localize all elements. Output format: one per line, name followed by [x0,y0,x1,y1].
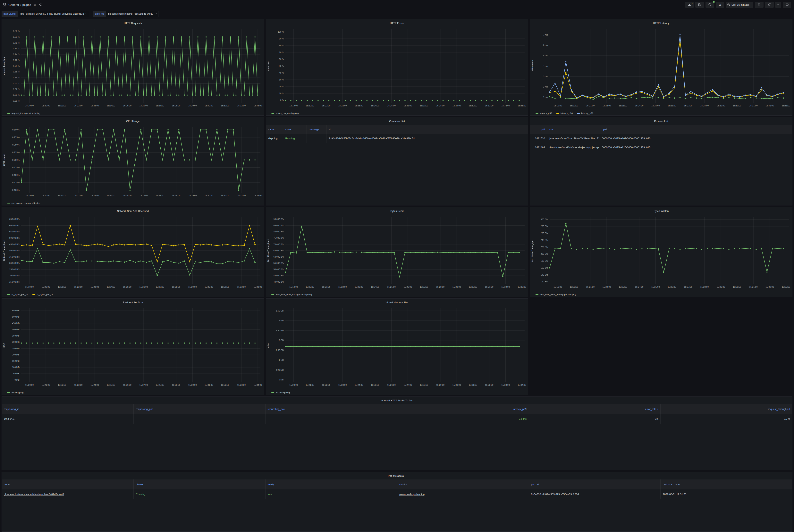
x-tick-label: 15:33:00 [253,194,262,197]
data-point [296,100,297,101]
breadcrumb-dashboard[interactable]: px/pod [22,3,31,6]
column-header[interactable]: ready [265,479,397,489]
star-icon[interactable]: ☆ [34,3,36,7]
data-point [383,346,384,347]
y-tick-label: 40.000 B/s [273,281,284,283]
chart-canvas[interactable]: 0 /s10 /s20 /s30 /s40 /s50 /s60 /s70 /s8… [266,27,528,110]
chart-canvas[interactable]: 0.58 /s0.60 /s0.62 /s0.64 /s0.66 /s0.68 … [2,27,264,110]
column-header[interactable]: name [266,125,283,134]
y-tick-label: 4 ms [543,65,548,67]
data-point [388,346,390,347]
panel-title[interactable]: Pod Metadata [2,472,792,479]
legend-item[interactable]: rss shipping [7,392,23,394]
y-tick-label: 0.125% [12,181,20,184]
column-header[interactable]: message [306,125,326,134]
chart-canvas[interactable]: 0.100%0.125%0.150%0.175%0.200%0.225%0.25… [2,125,264,200]
column-header[interactable]: node [2,479,133,489]
dashboard-settings-button[interactable]: ⚙ [716,2,724,7]
table-header-row: requesting_iprequesting_podrequesting_sv… [2,404,792,414]
variable-value-dropdown[interactable]: px-sock-shop/shipping-756588f5dc-wkxt9 [106,11,158,17]
legend-item[interactable]: rx_bytes_per_ns [7,293,28,296]
data-point [146,262,147,263]
column-header[interactable]: phase [133,479,265,489]
data-point [113,244,114,246]
data-point [475,100,476,101]
data-point [113,260,114,262]
table-header-row: pidcmdupid [530,125,792,134]
refresh-interval-dropdown[interactable] [775,2,781,7]
data-point [189,261,190,263]
panel-title[interactable]: Process List [530,117,792,125]
panel-title[interactable]: Container List [266,117,528,125]
data-point [119,343,120,344]
y-tick-label: 2 GB [279,339,284,341]
dashboard-insights-button[interactable] [705,2,714,7]
column-header[interactable]: requesting_pod [133,404,265,414]
column-header[interactable]: service [397,479,529,489]
panel-title[interactable]: Inbound HTTP Traffic To Pod [2,397,792,404]
legend-item[interactable]: request_throughput shipping [7,112,40,114]
data-point [124,343,125,344]
data-point [151,245,152,246]
data-point [26,36,27,38]
chart-canvas[interactable]: 120 B/s140 B/s160 B/s180 B/s200 B/s220 B… [530,215,792,291]
save-dashboard-button[interactable] [695,2,704,7]
chart-canvas[interactable]: 40.000 B/s45.000 B/s50.000 B/s55.000 B/s… [266,215,528,291]
refresh-button[interactable] [765,2,774,7]
add-panel-button[interactable]: + [685,2,694,7]
breadcrumb-folder[interactable]: General [8,3,19,6]
legend-item[interactable]: total_disk_read_throughput shipping [271,293,312,296]
legend-item[interactable]: total_disk_write_throughput shipping [535,293,576,296]
chart-canvas[interactable]: 0 MB50 MB100 MB150 MB200 MB250 MB300 MB3… [2,306,264,389]
chart-canvas[interactable]: 1 ms2 ms3 ms4 ms5 ms6 ms7 ms15:19:0015:2… [530,27,792,110]
panel-title[interactable]: CPU Usage [2,117,264,125]
data-point [162,261,163,263]
y-tick-label: 350 MB [12,335,20,337]
chart-canvas[interactable]: 0 MB500 MB1 GB1.50 GB2 GB2.50 GB3 GB3.50… [266,306,528,389]
column-header[interactable]: pid [530,125,547,134]
x-tick-label: 15:30:00 [205,286,213,288]
panel-title[interactable]: HTTP Errors [266,19,528,27]
column-header[interactable]: state [283,125,306,134]
y-tick-label: 0.72 /s [13,59,20,61]
cycle-view-mode-button[interactable] [783,2,791,7]
column-header[interactable]: pod_id [529,479,660,489]
legend-item[interactable]: errors_per_ns shipping [271,112,299,114]
share-icon[interactable] [39,3,42,6]
column-header[interactable]: pod_start_time [660,479,792,489]
column-header[interactable]: latency_p99 [397,404,529,414]
dashboards-grid-icon[interactable] [3,3,6,6]
time-range-picker[interactable]: Last 15 minutes [726,2,753,7]
x-tick-label: 15:21:00 [58,286,66,288]
x-tick-label: 15:23:00 [355,286,363,288]
panel-title[interactable]: HTTP Latency [530,19,792,27]
panel-title[interactable]: Virtual Memory Size [266,299,528,306]
column-header[interactable]: requesting_ip [2,404,133,414]
panel-title[interactable]: Bytes Read [266,207,528,215]
panel-title[interactable]: Resident Set Size [2,299,264,306]
column-header[interactable]: error_rate ↓ [529,404,660,414]
panel-title[interactable]: Network Sent And Received [2,207,264,215]
column-header[interactable]: upid [600,125,792,134]
column-header[interactable]: requesting_svc [265,404,397,414]
data-point [97,95,98,96]
column-header[interactable]: id [326,125,528,134]
legend-item[interactable]: tx_bytes_per_ns [33,293,53,296]
table-cell[interactable]: gke-dev-cluster-vsrivats-default-pool-aa… [2,489,133,499]
zoom-out-time-button[interactable] [755,2,763,7]
legend-item[interactable]: latency_p90 [556,112,573,114]
column-header[interactable]: cmd [547,125,600,134]
x-tick-label: 15:29:00 [717,286,725,288]
legend-item[interactable]: latency_p50 [535,112,552,114]
legend-item[interactable]: cpu_usage_percent shipping [7,202,40,204]
y-tick-label: 0.225% [12,151,20,153]
table-cell[interactable]: px-sock-shop/shipping [397,489,529,499]
panel-title[interactable]: Bytes Written [530,207,792,215]
legend-item[interactable]: vsize shipping [271,392,290,394]
legend-item[interactable]: latency_p99 [577,112,593,114]
panel-title[interactable]: HTTP Requests [2,19,264,27]
column-header[interactable]: request_throughput [660,404,792,414]
chart-canvas[interactable]: 150.00 B/s200.00 B/s250.00 B/s300.00 B/s… [2,215,264,291]
y-tick-label: 70 /s [279,51,284,54]
variable-value-dropdown[interactable]: gke_pl-pixies_us-west1-a_dev-cluster-vsr… [18,11,89,17]
